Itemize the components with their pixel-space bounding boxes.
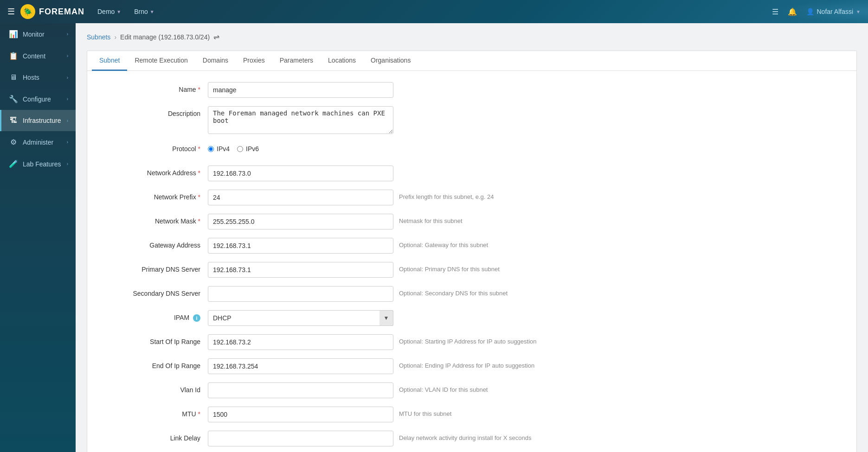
ipam-select-wrap: DHCP None Internal DB ▼: [208, 310, 393, 326]
hosts-icon: 🖥: [9, 73, 18, 82]
sidebar-item-hosts[interactable]: 🖥 Hosts ›: [0, 67, 76, 88]
mtu-input[interactable]: [208, 407, 393, 422]
demo-chevron-icon: ▼: [116, 9, 121, 14]
primary-dns-input[interactable]: [208, 262, 393, 278]
secondary-dns-input[interactable]: [208, 286, 393, 302]
link-delay-row: Link Delay Delay network activity during…: [106, 431, 838, 447]
breadcrumb-separator: ›: [114, 33, 116, 41]
brno-selector[interactable]: Brno ▼: [134, 8, 154, 15]
tab-domains[interactable]: Domains: [195, 51, 236, 71]
monitor-chevron-icon: ›: [67, 32, 68, 37]
network-address-input[interactable]: [208, 166, 393, 181]
end-ip-hint: Optional: Ending IP Address for IP auto …: [393, 358, 838, 369]
sidebar: 📊 Monitor › 📋 Content › 🖥 Hosts › 🔧 Conf…: [0, 23, 76, 452]
monitor-icon: 📊: [9, 30, 18, 38]
ipv6-label: IPv6: [246, 145, 259, 153]
gateway-address-row: Gateway Address Optional: Gateway for th…: [106, 238, 838, 255]
ipv4-radio[interactable]: [208, 146, 214, 152]
navbar-right: ☰ 🔔 👤 Nofar Alfassi ▼: [772, 7, 861, 16]
protocol-label: Protocol: [106, 141, 208, 153]
name-hint: [393, 82, 838, 86]
navbar: ☰ 🪲 FOREMAN Demo ▼ Brno ▼ ☰ 🔔 👤 Nofar Al…: [0, 0, 868, 23]
mtu-row: MTU MTU for this subnet: [106, 407, 838, 423]
vlan-row: Vlan Id Optional: VLAN ID for this subne…: [106, 382, 838, 399]
ipam-row: IPAM i DHCP None Internal DB ▼: [106, 310, 838, 327]
hamburger-icon[interactable]: ☰: [7, 6, 15, 17]
secondary-dns-row: Secondary DNS Server Optional: Secondary…: [106, 286, 838, 303]
sidebar-item-infrastructure[interactable]: 🏗 Infrastructure ›: [0, 110, 76, 131]
tab-organisations[interactable]: Organisations: [363, 51, 418, 71]
protocol-radio-group: IPv4 IPv6: [208, 141, 259, 153]
secondary-dns-label: Secondary DNS Server: [106, 286, 208, 297]
administer-chevron-icon: ›: [67, 140, 68, 145]
form-body: Name Description The Foreman managed net…: [87, 71, 856, 452]
gateway-address-label: Gateway Address: [106, 238, 208, 249]
protocol-row: Protocol IPv4 IPv6: [106, 141, 838, 158]
sidebar-item-lab-features[interactable]: 🧪 Lab Features ›: [0, 153, 76, 175]
brand-label: FOREMAN: [39, 7, 84, 17]
ipam-select[interactable]: DHCP None Internal DB: [208, 310, 393, 326]
network-mask-input[interactable]: [208, 214, 393, 229]
ipam-hint: [393, 310, 838, 314]
tab-subnet[interactable]: Subnet: [92, 51, 127, 71]
start-ip-row: Start Of Ip Range Optional: Starting IP …: [106, 334, 838, 351]
gateway-hint: Optional: Gateway for this subnet: [393, 238, 838, 248]
ipv6-option[interactable]: IPv6: [237, 145, 259, 153]
vlan-label: Vlan Id: [106, 382, 208, 394]
end-ip-row: End Of Ip Range Optional: Ending IP Addr…: [106, 358, 838, 375]
network-mask-hint: Netmask for this subnet: [393, 214, 838, 224]
sidebar-item-content[interactable]: 📋 Content ›: [0, 45, 76, 67]
sidebar-label-monitor: Monitor: [23, 31, 62, 38]
ipv6-radio[interactable]: [237, 146, 243, 152]
sidebar-item-administer[interactable]: ⚙ Administer ›: [0, 131, 76, 153]
content-icon: 📋: [9, 51, 18, 60]
network-prefix-input[interactable]: [208, 190, 393, 205]
end-ip-input[interactable]: [208, 358, 393, 374]
tab-locations[interactable]: Locations: [321, 51, 363, 71]
user-label: Nofar Alfassi: [817, 8, 854, 15]
start-ip-label: Start Of Ip Range: [106, 334, 208, 345]
demo-label: Demo: [97, 8, 115, 15]
description-input[interactable]: The Foreman managed network machines can…: [208, 106, 393, 134]
ipam-info-icon[interactable]: i: [193, 314, 200, 322]
ipam-label: IPAM i: [106, 310, 208, 322]
bell-icon[interactable]: 🔔: [788, 7, 797, 16]
docs-icon[interactable]: ☰: [772, 7, 778, 16]
main-layout: 📊 Monitor › 📋 Content › 🖥 Hosts › 🔧 Conf…: [0, 23, 868, 452]
breadcrumb-subnets-link[interactable]: Subnets: [87, 33, 110, 41]
sidebar-label-lab: Lab Features: [23, 160, 62, 168]
mtu-hint: MTU for this subnet: [393, 407, 838, 417]
sidebar-item-monitor[interactable]: 📊 Monitor ›: [0, 23, 76, 45]
network-address-hint: [393, 166, 838, 169]
user-menu[interactable]: 👤 Nofar Alfassi ▼: [806, 8, 861, 15]
breadcrumb: Subnets › Edit manage (192.168.73.0/24) …: [87, 32, 857, 41]
tab-parameters[interactable]: Parameters: [272, 51, 321, 71]
name-input[interactable]: [208, 82, 393, 98]
ipv4-option[interactable]: IPv4: [208, 145, 230, 153]
brno-label: Brno: [134, 8, 148, 15]
primary-dns-hint: Optional: Primary DNS for this subnet: [393, 262, 838, 273]
start-ip-input[interactable]: [208, 334, 393, 350]
network-prefix-label: Network Prefix: [106, 190, 208, 201]
sidebar-item-configure[interactable]: 🔧 Configure ›: [0, 88, 76, 110]
infrastructure-chevron-icon: ›: [67, 118, 68, 123]
user-chevron-icon: ▼: [856, 9, 861, 14]
sidebar-label-administer: Administer: [23, 139, 62, 146]
link-delay-input[interactable]: [208, 431, 393, 446]
tab-remote-execution[interactable]: Remote Execution: [127, 51, 195, 71]
network-address-label: Network Address: [106, 166, 208, 177]
vlan-input[interactable]: [208, 382, 393, 398]
tabs: Subnet Remote Execution Domains Proxies …: [87, 51, 856, 71]
brand: 🪲 FOREMAN: [20, 4, 84, 19]
ipv4-label: IPv4: [217, 145, 230, 153]
mtu-label: MTU: [106, 407, 208, 418]
tab-proxies[interactable]: Proxies: [236, 51, 272, 71]
breadcrumb-swap-icon[interactable]: ⇌: [213, 32, 219, 41]
name-row: Name: [106, 82, 838, 99]
hosts-chevron-icon: ›: [67, 75, 68, 80]
brno-chevron-icon: ▼: [150, 9, 154, 14]
content-area: Subnets › Edit manage (192.168.73.0/24) …: [76, 23, 868, 452]
demo-selector[interactable]: Demo ▼: [97, 8, 121, 15]
link-delay-hint: Delay network activity during install fo…: [393, 431, 838, 441]
gateway-address-input[interactable]: [208, 238, 393, 254]
